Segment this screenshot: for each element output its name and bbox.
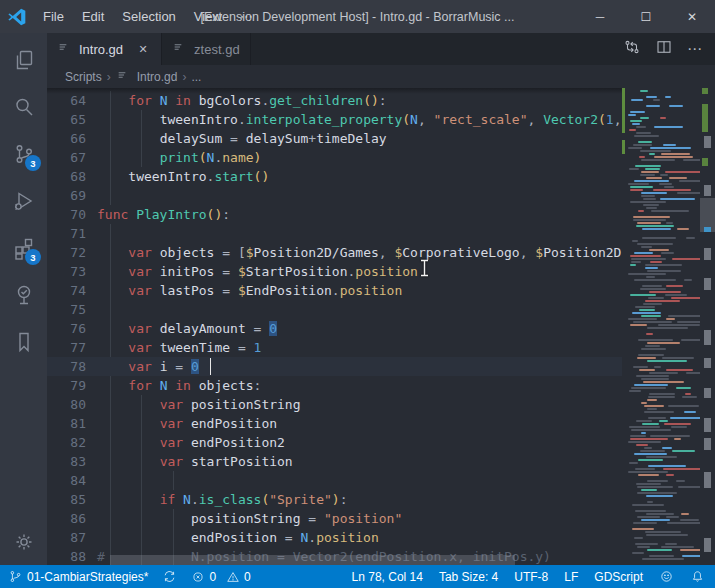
code-line[interactable]: 73 var initPos = $StartPosition.position: [47, 262, 622, 281]
line-number[interactable]: 73: [47, 262, 97, 281]
menu-file[interactable]: File: [34, 0, 73, 33]
activity-run-debug[interactable]: [0, 177, 47, 224]
vscode-window: FileEditSelectionView⋯ [Extension Develo…: [0, 0, 715, 588]
code-line[interactable]: 83 var startPosition: [47, 452, 622, 471]
line-number[interactable]: 87: [47, 528, 97, 547]
code-line[interactable]: 77 var tweenTime = 1: [47, 338, 622, 357]
breadcrumb-item[interactable]: ...: [191, 70, 201, 84]
line-number[interactable]: 72: [47, 243, 97, 262]
code-line[interactable]: 86 positionString = "position": [47, 509, 622, 528]
activity-search[interactable]: [0, 83, 47, 130]
line-number[interactable]: 83: [47, 452, 97, 471]
code-line[interactable]: 74 var lastPos = $EndPosition.position: [47, 281, 622, 300]
statusbar-notifications[interactable]: [690, 569, 705, 584]
code-line[interactable]: 66 delaySum = delaySum+timeDelay: [47, 129, 622, 148]
code-line[interactable]: 81 var endPosition: [47, 414, 622, 433]
minimap-line: [647, 327, 688, 329]
statusbar-language-mode[interactable]: GDScript: [594, 570, 643, 584]
statusbar-eol[interactable]: LF: [564, 570, 578, 584]
statusbar-cursor-position[interactable]: Ln 78, Col 14: [352, 570, 423, 584]
activity-source-control[interactable]: 3: [0, 130, 47, 177]
statusbar-branch[interactable]: 01-CambiarStrategies*: [8, 569, 148, 584]
line-number[interactable]: 77: [47, 338, 97, 357]
line-number[interactable]: 80: [47, 395, 97, 414]
code-lines[interactable]: 64 for N in bgColors.get_children():65 t…: [47, 88, 622, 565]
breadcrumb-item[interactable]: Scripts: [65, 70, 102, 84]
line-number[interactable]: 71: [47, 224, 97, 243]
code-line[interactable]: 70func PlayIntro():: [47, 205, 622, 224]
line-number[interactable]: 67: [47, 148, 97, 167]
code-line[interactable]: 79 for N in objects:: [47, 376, 622, 395]
code-line[interactable]: 64 for N in bgColors.get_children():: [47, 91, 622, 110]
line-number[interactable]: 76: [47, 319, 97, 338]
activity-bookmarks[interactable]: [0, 318, 47, 365]
breadcrumb-item[interactable]: Intro.gd: [137, 70, 178, 84]
activity-extensions[interactable]: 3: [0, 224, 47, 271]
code-line[interactable]: 76 var delayAmount = 0: [47, 319, 622, 338]
line-number[interactable]: 79: [47, 376, 97, 395]
statusbar-problems[interactable]: 00: [191, 570, 250, 584]
line-number[interactable]: 66: [47, 129, 97, 148]
line-number[interactable]: 65: [47, 110, 97, 129]
code-line[interactable]: 68 tweenIntro.start(): [47, 167, 622, 186]
code-line[interactable]: 80 var positionString: [47, 395, 622, 414]
activity-explorer[interactable]: [0, 36, 47, 83]
code-line[interactable]: 84: [47, 471, 622, 490]
minimap[interactable]: [622, 88, 700, 565]
minimap-line: [631, 387, 666, 389]
overview-ruler-scrollbar[interactable]: [700, 88, 715, 565]
code-line[interactable]: 78 var i = 0: [47, 357, 622, 376]
split-editor-icon[interactable]: [655, 38, 673, 60]
statusbar-encoding[interactable]: UTF-8: [514, 570, 548, 584]
line-number[interactable]: 86: [47, 509, 97, 528]
code-line[interactable]: 82 var endPosition2: [47, 433, 622, 452]
minimap-line: [636, 444, 648, 446]
line-number[interactable]: 75: [47, 300, 97, 319]
more-actions-icon[interactable]: ⋯: [687, 40, 703, 58]
minimap-line: [638, 474, 659, 476]
tab-intro-gd[interactable]: Intro.gd✕: [47, 33, 162, 65]
menu-selection[interactable]: Selection: [113, 0, 184, 33]
code-line[interactable]: 75: [47, 300, 622, 319]
code-line[interactable]: 71: [47, 224, 622, 243]
activity-todo-tree[interactable]: [0, 271, 47, 318]
minimap-line: [630, 255, 661, 257]
line-number[interactable]: 78: [47, 357, 97, 376]
line-number[interactable]: 85: [47, 490, 97, 509]
gdscript-file-icon: [172, 41, 188, 57]
horizontal-scrollbar[interactable]: [110, 555, 515, 565]
code-line[interactable]: 72 var objects = [$Position2D/Games, $Co…: [47, 243, 622, 262]
line-number[interactable]: 81: [47, 414, 97, 433]
minimap-line: [685, 393, 691, 395]
line-number[interactable]: 70: [47, 205, 97, 224]
minimize-button[interactable]: ─: [577, 0, 623, 33]
line-number[interactable]: 68: [47, 167, 97, 186]
maximize-button[interactable]: ☐: [623, 0, 669, 33]
open-changes-icon[interactable]: [623, 38, 641, 60]
todo-tree-icon: [12, 283, 36, 307]
editor[interactable]: 64 for N in bgColors.get_children():65 t…: [47, 88, 715, 565]
line-number[interactable]: 64: [47, 91, 97, 110]
line-number[interactable]: 84: [47, 471, 97, 490]
code-line[interactable]: 67 print(N.name): [47, 148, 622, 167]
minimap-line: [644, 411, 674, 413]
code-line[interactable]: 85 if N.is_class("Sprite"):: [47, 490, 622, 509]
statusbar-feedback[interactable]: [659, 569, 674, 584]
close-button[interactable]: ✕: [669, 0, 715, 33]
line-number[interactable]: 69: [47, 186, 97, 205]
close-icon[interactable]: ✕: [135, 43, 151, 56]
menu-edit[interactable]: Edit: [73, 0, 113, 33]
tab-ztest-gd[interactable]: ztest.gd: [162, 33, 251, 65]
minimap-line: [645, 168, 660, 170]
line-number[interactable]: 88: [47, 547, 97, 565]
activity-settings[interactable]: [0, 518, 47, 565]
code-line[interactable]: 87 endPosition = N.position: [47, 528, 622, 547]
minimap-line: [630, 438, 668, 440]
code-line[interactable]: 69: [47, 186, 622, 205]
code-line[interactable]: 65 tweenIntro.interpolate_property(N, "r…: [47, 110, 622, 129]
line-number[interactable]: 82: [47, 433, 97, 452]
statusbar-tab-size[interactable]: Tab Size: 4: [439, 570, 498, 584]
statusbar-sync[interactable]: [162, 569, 177, 584]
code-text: var delayAmount = 0: [97, 319, 277, 338]
line-number[interactable]: 74: [47, 281, 97, 300]
